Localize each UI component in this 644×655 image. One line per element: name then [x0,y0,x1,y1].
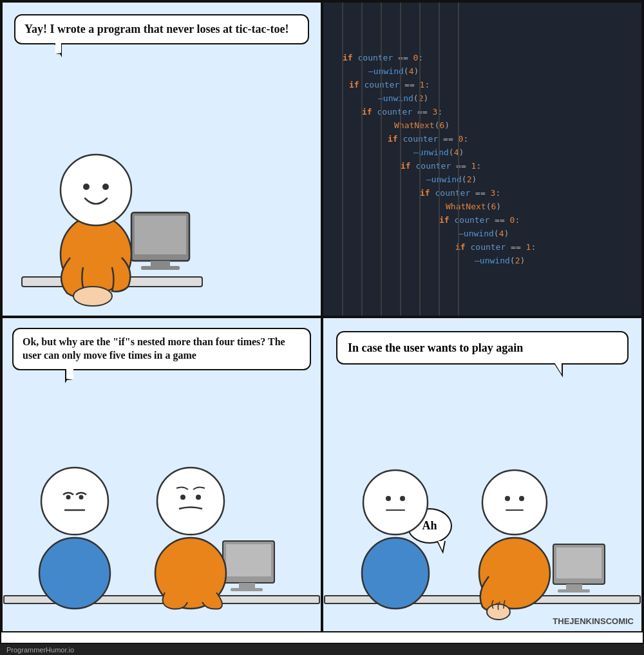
svg-point-6 [73,287,112,306]
svg-point-41 [363,470,428,535]
code-line-16: —unwind(2) [475,256,635,265]
comic-grid: Yay! I wrote a program that never loses … [0,0,644,644]
panel-1: Yay! I wrote a program that never loses … [1,1,322,317]
svg-point-23 [39,538,110,609]
attribution: THEJENKINSCOMIC [553,616,634,626]
svg-rect-3 [141,266,180,270]
svg-point-25 [41,468,108,535]
panel3-speech-bubble: Ok, but why are the "if"s nested more th… [12,328,311,370]
svg-rect-20 [226,544,271,576]
svg-point-39 [362,538,429,609]
svg-point-43 [400,496,405,501]
panel-2: if counter == 0: —unwind(4) if counter =… [322,1,643,317]
svg-point-32 [180,495,185,500]
svg-point-9 [83,184,90,190]
footer-left-text: ProgrammerHumor.io [6,646,74,654]
code-line-6: WhatNext(6) [394,120,635,130]
svg-point-48 [505,496,510,501]
indent-lines [323,3,641,316]
code-line-1: if counter == 0: [343,53,635,62]
svg-rect-36 [556,547,601,578]
panel1-speech-text: Yay! I wrote a program that never loses … [24,23,289,35]
code-line-13: if counter == 0: [439,215,635,225]
code-line-5: if counter == 3: [362,107,635,117]
code-line-2: —unwind(4) [368,66,635,76]
panel-4: In case the user wants to play again Ah [322,317,643,632]
svg-point-42 [386,496,391,501]
panel3-speech-text: Ok, but why are the "if"s nested more th… [23,336,285,361]
characters-panel4 [323,438,641,631]
svg-rect-22 [231,588,263,591]
footer-bar: ProgrammerHumor.io [0,644,644,655]
code-line-8: —unwind(4) [413,147,635,157]
svg-point-10 [102,184,109,190]
svg-point-27 [79,495,84,500]
code-line-10: —unwind(2) [426,175,635,184]
svg-point-49 [519,496,524,501]
code-panel: if counter == 0: —unwind(4) if counter =… [323,3,641,316]
panel-3: Ok, but why are the "if"s nested more th… [1,317,322,632]
svg-point-33 [196,495,201,500]
panel1-speech-bubble: Yay! I wrote a program that never loses … [14,14,309,44]
panel4-speech-text: In case the user wants to play again [348,341,523,354]
characters-panel3 [3,438,321,631]
svg-rect-1 [135,216,186,254]
code-line-12: WhatNext(6) [446,202,635,211]
code-line-14: —unwind(4) [459,229,635,238]
svg-point-8 [61,155,131,225]
code-line-9: if counter == 1: [401,161,635,171]
svg-point-26 [66,495,71,500]
svg-rect-21 [239,583,255,588]
code-line-11: if counter == 3: [420,188,635,198]
character-panel1 [22,129,202,309]
code-line-7: if counter == 0: [388,134,635,144]
panel4-speech-main: In case the user wants to play again [336,331,629,365]
code-line-3: if counter == 1: [349,80,635,90]
svg-point-31 [157,468,224,535]
svg-rect-38 [558,589,590,593]
svg-rect-37 [566,584,582,589]
code-line-15: if counter == 1: [455,242,635,252]
svg-point-47 [482,470,547,535]
code-line-4: —unwind(2) [378,93,635,103]
